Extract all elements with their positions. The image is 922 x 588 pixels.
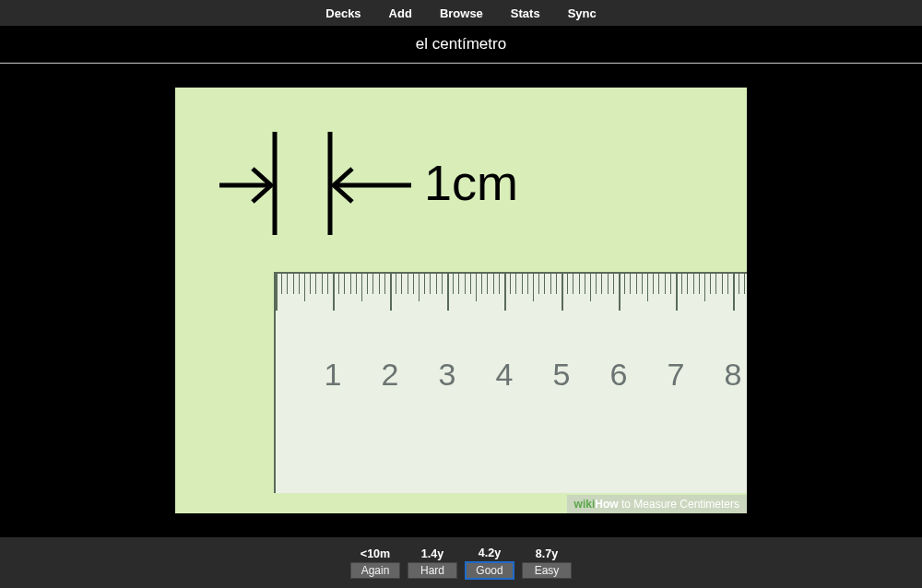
ruler-tick (544, 274, 545, 294)
ruler-tick (653, 274, 654, 294)
ruler-tick (333, 274, 335, 311)
ruler-tick (590, 274, 591, 301)
ruler-tick (699, 274, 700, 294)
cm-span-diagram: 1cm (186, 132, 610, 242)
ruler-tick (338, 274, 339, 294)
ruler-tick (276, 274, 278, 311)
review-bar: <10m Again 1.4y Hard 4.2y Good 8.7y Easy (0, 537, 922, 588)
nav-browse[interactable]: Browse (440, 6, 483, 20)
ruler-tick (613, 274, 614, 294)
ruler-tick (579, 274, 580, 294)
ruler-tick (573, 274, 573, 294)
interval-hard: 1.4y (421, 547, 443, 560)
ruler-tick (727, 274, 728, 294)
ruler-tick (442, 274, 443, 294)
ruler-number: 6 (610, 357, 628, 393)
ruler-tick (322, 274, 323, 294)
ruler-tick (567, 274, 568, 294)
ruler-tick (704, 274, 705, 301)
ruler-tick (350, 274, 351, 294)
ruler-tick (299, 274, 300, 294)
ruler-tick (533, 274, 534, 301)
ruler-tick (510, 274, 511, 294)
watermark-rest: to Measure Centimeters (619, 498, 739, 511)
ruler-tick (401, 274, 402, 294)
ruler-tick (379, 274, 380, 294)
ruler-tick (665, 274, 666, 294)
nav-stats[interactable]: Stats (511, 6, 540, 20)
ruler-tick (670, 274, 671, 294)
nav-sync[interactable]: Sync (568, 6, 597, 20)
ruler-tick (453, 274, 454, 294)
ruler-tick (356, 274, 357, 294)
nav-add[interactable]: Add (389, 6, 412, 20)
easy-button[interactable]: Easy (522, 562, 572, 579)
again-button[interactable]: Again (350, 562, 400, 579)
ruler-tick (515, 274, 516, 294)
ruler-tick (315, 274, 316, 294)
ruler-tick (470, 274, 471, 294)
ruler-number: 5 (553, 357, 571, 393)
ruler-tick (681, 274, 682, 294)
review-good-col: 4.2y Good (465, 547, 514, 580)
ruler-tick (430, 274, 431, 294)
ruler-tick (658, 274, 659, 294)
ruler-tick (293, 274, 294, 294)
hard-button[interactable]: Hard (408, 562, 457, 579)
ruler-tick (636, 274, 637, 294)
ruler-tick (710, 274, 711, 294)
review-hard-col: 1.4y Hard (408, 547, 457, 579)
ruler-tick (596, 274, 597, 294)
ruler-tick (487, 274, 488, 294)
ruler-tick (676, 274, 678, 311)
ruler-tick (493, 274, 494, 294)
top-nav: Decks Add Browse Stats Sync (0, 0, 922, 26)
image-watermark: wikiHow to Measure Centimeters (567, 495, 747, 513)
ruler-tick (608, 274, 609, 294)
review-again-col: <10m Again (350, 547, 400, 579)
ruler-tick (304, 274, 305, 301)
ruler-tick (527, 274, 528, 294)
ruler-tick (481, 274, 482, 294)
ruler-tick (344, 274, 345, 294)
ruler-number: 7 (668, 357, 685, 393)
interval-again: <10m (361, 547, 390, 560)
review-easy-col: 8.7y Easy (522, 547, 572, 579)
ruler-tick (372, 274, 373, 294)
ruler-tick (384, 274, 385, 294)
ruler-tick (419, 274, 420, 301)
ruler-tick (601, 274, 602, 294)
ruler-tick (550, 274, 551, 294)
ruler-tick (556, 274, 557, 294)
ruler-tick (458, 274, 459, 294)
ruler-tick (538, 274, 539, 294)
ruler-tick (361, 274, 362, 301)
ruler-tick (310, 274, 311, 294)
ruler-tick (561, 274, 563, 311)
watermark-how: How (595, 498, 618, 511)
ruler-tick (367, 274, 368, 294)
ruler-tick (287, 274, 288, 294)
ruler-tick (722, 274, 723, 294)
good-button[interactable]: Good (465, 561, 514, 580)
ruler-tick (436, 274, 437, 294)
card-front-text: el centímetro (0, 26, 922, 63)
ruler-tick (447, 274, 449, 311)
ruler-number: 2 (382, 357, 399, 393)
nav-decks[interactable]: Decks (325, 6, 361, 20)
ruler-tick (476, 274, 477, 301)
ruler-tick (733, 274, 735, 311)
ruler-tick (693, 274, 694, 294)
ruler-number: 1 (325, 357, 342, 393)
ruler-tick (642, 274, 643, 294)
ruler-number: 3 (439, 357, 456, 393)
ruler-tick (504, 274, 506, 311)
ruler-tick (522, 274, 523, 294)
ruler-tick (647, 274, 648, 301)
ruler-tick (687, 274, 688, 294)
ruler-tick (390, 274, 392, 311)
ruler-tick (396, 274, 396, 294)
ruler-tick (424, 274, 425, 294)
card-answer-area: 1cm 12345678 wikiHow to Measure Centimet… (0, 64, 922, 537)
ruler-number: 4 (496, 357, 514, 393)
